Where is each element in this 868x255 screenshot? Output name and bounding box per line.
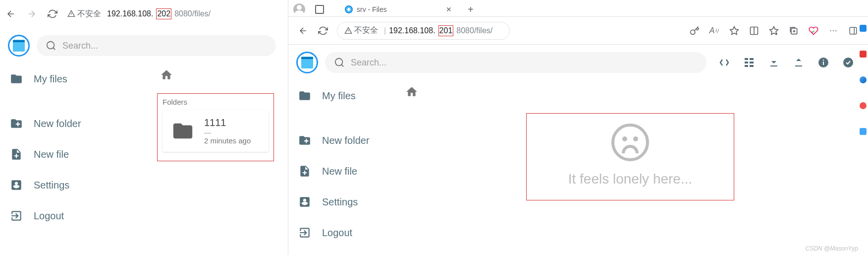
- folder-item[interactable]: 1111 — 2 minutes ago: [163, 110, 269, 152]
- create-file-icon: [298, 165, 311, 178]
- sidebar-right: My files New folder New file Settings Lo…: [288, 80, 392, 255]
- create-folder-icon: [298, 134, 311, 147]
- url-suffix: 8080/files/: [456, 26, 492, 35]
- folder-size: —: [204, 128, 251, 136]
- sidebar-item-label: Settings: [34, 180, 69, 191]
- key-icon[interactable]: [689, 25, 701, 37]
- empty-state: It feels lonely here...: [526, 113, 734, 200]
- search-box[interactable]: [37, 35, 276, 56]
- search-input[interactable]: [351, 58, 698, 68]
- folder-icon: [298, 89, 311, 102]
- sidebar-left: My files New folder New file Settings Lo…: [0, 64, 147, 255]
- tab-favicon: [345, 5, 353, 13]
- settings-icon: [298, 195, 311, 208]
- folders-heading: Folders: [163, 98, 269, 106]
- sidebar-item-logout[interactable]: Logout: [288, 217, 392, 248]
- grid-view-icon[interactable]: [742, 56, 756, 69]
- url-suffix: 8080/files/: [174, 9, 211, 18]
- tab-files[interactable]: srv - Files ✕: [339, 2, 458, 16]
- svg-rect-6: [745, 62, 748, 64]
- back-button[interactable]: [297, 25, 309, 37]
- back-button[interactable]: [5, 8, 17, 20]
- main-right: It feels lonely here...: [392, 80, 868, 255]
- svg-rect-5: [745, 58, 748, 60]
- url-prefix: 192.168.108.: [389, 26, 435, 35]
- copilot-icon[interactable]: [847, 25, 859, 37]
- svg-point-14: [843, 58, 853, 67]
- app-logo[interactable]: [296, 52, 318, 73]
- shell-icon[interactable]: [717, 56, 731, 69]
- search-icon: [46, 40, 56, 51]
- tab-strip: srv - Files ✕ +: [288, 0, 868, 17]
- sidebar-item-settings[interactable]: Settings: [288, 187, 392, 217]
- edge-icon[interactable]: [860, 102, 867, 109]
- sidebar-item-label: Settings: [322, 196, 358, 208]
- tab-title: srv - Files: [357, 5, 387, 13]
- insecure-icon: 不安全: [344, 25, 378, 36]
- edge-icon[interactable]: [860, 76, 867, 83]
- svg-rect-12: [823, 62, 824, 65]
- reload-button[interactable]: [317, 25, 329, 37]
- main-left: Folders 1111 — 2 minutes ago: [147, 64, 288, 255]
- insecure-label: 不安全: [77, 9, 101, 19]
- sidebar-item-my-files[interactable]: My files: [288, 80, 392, 111]
- split-icon[interactable]: [748, 25, 760, 37]
- app-logo[interactable]: [8, 35, 30, 57]
- logout-icon: [298, 226, 311, 239]
- sidebar-item-new-file[interactable]: New file: [0, 139, 147, 170]
- heart-icon[interactable]: [808, 25, 819, 37]
- svg-rect-8: [750, 58, 754, 60]
- logout-icon: [10, 209, 23, 222]
- download-icon[interactable]: [767, 56, 781, 69]
- svg-rect-3: [850, 27, 857, 34]
- home-icon[interactable]: [160, 68, 173, 81]
- star-icon[interactable]: [728, 25, 740, 37]
- create-file-icon: [10, 148, 23, 161]
- folders-section: Folders 1111 — 2 minutes ago: [157, 93, 274, 161]
- sidebar-item-settings[interactable]: Settings: [0, 170, 147, 200]
- sidebar-item-label: Logout: [34, 210, 64, 222]
- url-highlight: 202: [156, 8, 171, 19]
- collections-icon[interactable]: [788, 25, 800, 37]
- search-input[interactable]: [62, 41, 267, 51]
- edge-icon[interactable]: [860, 128, 867, 135]
- home-icon[interactable]: [405, 85, 418, 98]
- insecure-icon: 不安全: [67, 9, 101, 19]
- edge-sidebar: [858, 20, 868, 135]
- text-style-icon[interactable]: Aり: [708, 25, 720, 37]
- create-folder-icon: [10, 117, 23, 130]
- folder-icon: [168, 120, 197, 142]
- forward-button[interactable]: [26, 8, 38, 20]
- info-icon[interactable]: [816, 56, 830, 69]
- favorites-icon[interactable]: [768, 25, 780, 37]
- more-icon[interactable]: ⋯: [827, 25, 839, 37]
- reload-button[interactable]: [47, 8, 58, 20]
- folder-name: 1111: [204, 117, 251, 128]
- close-tab-icon[interactable]: ✕: [446, 5, 452, 13]
- svg-rect-13: [823, 60, 824, 61]
- svg-rect-10: [750, 65, 754, 67]
- sidebar-item-logout[interactable]: Logout: [0, 200, 147, 231]
- sidebar-item-new-folder[interactable]: New folder: [0, 108, 147, 139]
- svg-point-0: [47, 42, 54, 49]
- sidebar-item-label: New file: [34, 149, 69, 160]
- svg-rect-7: [745, 65, 748, 67]
- profile-icon[interactable]: [293, 3, 305, 15]
- insecure-label: 不安全: [354, 25, 378, 36]
- address-bar-left[interactable]: 不安全 192.168.108.2028080/files/: [67, 8, 211, 19]
- new-tab-button[interactable]: +: [463, 4, 479, 15]
- sidebar-item-new-file[interactable]: New file: [288, 156, 392, 187]
- upload-icon[interactable]: [792, 56, 806, 69]
- folder-icon: [10, 72, 23, 85]
- sidebar-item-new-folder[interactable]: New folder: [288, 125, 392, 156]
- settings-icon: [10, 179, 23, 191]
- address-bar-right[interactable]: 不安全 | 192.168.108.2018080/files/: [337, 22, 510, 40]
- svg-point-4: [335, 59, 343, 66]
- search-box[interactable]: [325, 52, 706, 73]
- check-icon[interactable]: [841, 56, 855, 69]
- edge-icon[interactable]: [860, 51, 867, 58]
- tab-overview-icon[interactable]: [315, 5, 324, 14]
- edge-icon[interactable]: [860, 25, 867, 32]
- sidebar-item-my-files[interactable]: My files: [0, 64, 147, 94]
- sidebar-item-label: Logout: [322, 227, 352, 239]
